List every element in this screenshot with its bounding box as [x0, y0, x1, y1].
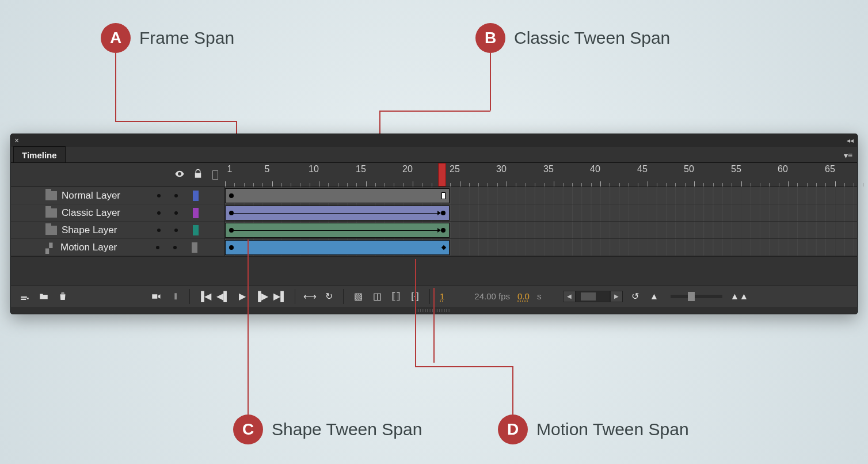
keyframe-icon[interactable] [441, 211, 446, 215]
keyframe-icon[interactable] [229, 193, 234, 198]
go-first-frame-button[interactable]: ▐◀ [197, 290, 211, 303]
visibility-icon[interactable] [174, 169, 185, 181]
ruler-label: 5 [265, 164, 270, 174]
outline-color-swatch[interactable] [193, 225, 199, 235]
frame-span[interactable] [225, 188, 450, 203]
outline-color-swatch[interactable] [192, 242, 197, 253]
keyframe-icon[interactable] [229, 211, 234, 215]
annotation-line-b-h [379, 111, 490, 112]
panel-titlebar[interactable]: × ◂◂ [11, 134, 857, 147]
ruler-label: 20 [402, 164, 413, 174]
scroll-right-button[interactable]: ▶ [610, 291, 623, 302]
motion-layer-icon [45, 243, 56, 252]
panel-menu-icon[interactable]: ▾≡ [839, 149, 857, 162]
new-folder-button[interactable] [37, 290, 51, 303]
layer-icon [45, 191, 57, 200]
outline-color-swatch[interactable] [193, 191, 199, 201]
layer-row-classic[interactable]: Classic Layer [11, 204, 224, 222]
tracks-area[interactable] [225, 187, 857, 256]
ruler-label: 25 [450, 164, 460, 174]
track-row-shape[interactable] [225, 222, 857, 239]
annotation-c: C Shape Tween Span [233, 414, 422, 444]
loop-button[interactable]: ↻ [322, 290, 336, 303]
zoom-out-icon[interactable]: ▲ [647, 290, 661, 303]
zoom-slider-thumb[interactable] [688, 292, 695, 301]
center-frame-button[interactable]: ⟷ [303, 290, 317, 303]
ruler-row: 1 5 10 15 20 25 30 35 40 45 50 55 60 65 [11, 163, 857, 187]
outline-toggle-icon[interactable] [212, 170, 218, 180]
new-layer-button[interactable] [18, 290, 32, 303]
layer-name: Normal Layer [62, 190, 148, 201]
zoom-in-icon[interactable]: ▲▲ [732, 290, 746, 303]
scroll-left-button[interactable]: ◀ [563, 291, 576, 302]
visibility-dot[interactable] [157, 229, 161, 232]
keyframe-icon[interactable] [229, 228, 234, 233]
onion-skin-outlines-button[interactable]: ◫ [370, 290, 384, 303]
tab-timeline[interactable]: Timeline [13, 146, 66, 162]
ruler-label: 65 [825, 164, 835, 174]
reset-zoom-button[interactable]: ↺ [628, 290, 642, 303]
lock-dot[interactable] [174, 229, 178, 232]
classic-tween-span[interactable] [225, 206, 450, 220]
visibility-dot[interactable] [157, 211, 161, 215]
close-icon[interactable]: × [14, 136, 19, 145]
lock-dot[interactable] [173, 246, 177, 249]
ruler-label: 50 [684, 164, 694, 174]
playhead[interactable] [438, 163, 446, 187]
keyframe-icon[interactable] [441, 228, 446, 233]
outline-color-swatch[interactable] [193, 208, 199, 218]
fps-display[interactable]: 24.00 fps [474, 291, 510, 301]
layer-row-motion[interactable]: Motion Layer [11, 239, 224, 256]
lock-dot[interactable] [174, 211, 178, 215]
empty-keyframe-icon[interactable] [441, 192, 446, 199]
annotation-badge-a: A [101, 23, 131, 53]
step-forward-button[interactable]: ▐▶ [254, 290, 268, 303]
scrollbar-track[interactable] [576, 291, 610, 302]
marker-button[interactable]: ⦀ [168, 290, 182, 303]
zoom-slider[interactable] [671, 295, 722, 298]
step-back-button[interactable]: ◀▌ [216, 290, 230, 303]
lock-icon[interactable] [193, 169, 203, 181]
annotation-line-c [248, 239, 249, 414]
motion-tween-span[interactable] [225, 240, 450, 255]
edit-multiple-frames-button[interactable]: ⟦⟧ [389, 290, 403, 303]
go-last-frame-button[interactable]: ▶▌ [273, 290, 287, 303]
annotation-badge-c: C [233, 414, 263, 444]
annotation-line-a-h [115, 121, 236, 122]
keyframe-icon[interactable] [229, 245, 234, 250]
empty-layer-area [11, 256, 857, 285]
ruler-label: 45 [637, 164, 648, 174]
lock-dot[interactable] [174, 194, 178, 197]
track-row-motion[interactable] [225, 239, 857, 256]
layer-name: Motion Layer [60, 242, 147, 253]
frame-ruler[interactable]: 1 5 10 15 20 25 30 35 40 45 50 55 60 65 [225, 163, 857, 187]
layer-column-header [11, 163, 225, 187]
layer-list: Normal Layer Classic Layer Shape Layer [11, 187, 225, 256]
tab-bar: Timeline ▾≡ [11, 147, 857, 163]
track-row-normal[interactable] [225, 187, 857, 204]
timeline-scrollbar[interactable]: ◀ ▶ [563, 291, 623, 302]
layer-icon [45, 208, 57, 218]
scrollbar-thumb[interactable] [581, 292, 596, 301]
annotation-label-b: Classic Tween Span [514, 28, 670, 48]
shape-tween-span[interactable] [225, 223, 450, 238]
ruler-label: 30 [496, 164, 507, 174]
annotation-line-a [115, 53, 116, 121]
delete-layer-button[interactable] [56, 290, 70, 303]
collapse-icon[interactable]: ◂◂ [847, 136, 854, 144]
annotation-line-d-v3 [512, 366, 513, 414]
onion-skin-button[interactable]: ▧ [351, 290, 365, 303]
visibility-dot[interactable] [156, 246, 159, 249]
track-row-classic[interactable] [225, 204, 857, 222]
layer-name: Shape Layer [62, 225, 148, 236]
tween-line [234, 213, 439, 214]
property-keyframe-icon[interactable] [441, 245, 446, 250]
visibility-dot[interactable] [157, 194, 161, 197]
layer-row-shape[interactable]: Shape Layer [11, 222, 224, 239]
layer-row-normal[interactable]: Normal Layer [11, 187, 224, 204]
annotation-d: D Motion Tween Span [498, 414, 689, 444]
annotation-line-d-h [415, 366, 513, 367]
camera-button[interactable] [149, 290, 163, 303]
annotation-line-d-v [415, 259, 416, 366]
current-frame-field[interactable]: 1 [437, 291, 447, 301]
